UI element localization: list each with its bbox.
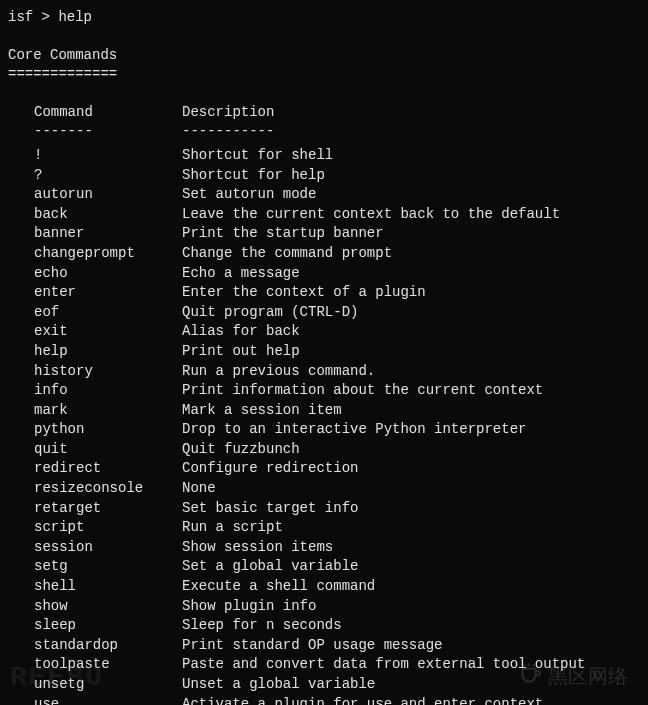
command-row: toolpastePaste and convert data from ext… <box>34 655 640 675</box>
header-description: Description <box>182 103 640 123</box>
command-description: Echo a message <box>182 264 640 284</box>
command-description: Print standard OP usage message <box>182 636 640 656</box>
command-name: eof <box>34 303 182 323</box>
command-row: scriptRun a script <box>34 518 640 538</box>
command-row: backLeave the current context back to th… <box>34 205 640 225</box>
command-row: helpPrint out help <box>34 342 640 362</box>
command-name: history <box>34 362 182 382</box>
command-description: Shortcut for help <box>182 166 640 186</box>
command-description: Show session items <box>182 538 640 558</box>
command-row: historyRun a previous command. <box>34 362 640 382</box>
command-name: autorun <box>34 185 182 205</box>
table-header: Command Description <box>34 103 640 123</box>
command-description: Set basic target info <box>182 499 640 519</box>
command-row: autorunSet autorun mode <box>34 185 640 205</box>
command-name: back <box>34 205 182 225</box>
command-description: Print the startup banner <box>182 224 640 244</box>
command-name: ! <box>34 146 182 166</box>
command-description: Set autorun mode <box>182 185 640 205</box>
command-name: unsetg <box>34 675 182 695</box>
command-description: Alias for back <box>182 322 640 342</box>
command-row: echoEcho a message <box>34 264 640 284</box>
command-name: changeprompt <box>34 244 182 264</box>
command-name: session <box>34 538 182 558</box>
table-header-underline: ------- ----------- <box>34 122 640 142</box>
command-name: resizeconsole <box>34 479 182 499</box>
header-command-underline: ------- <box>34 122 182 142</box>
command-name: banner <box>34 224 182 244</box>
command-row: quitQuit fuzzbunch <box>34 440 640 460</box>
command-name: shell <box>34 577 182 597</box>
header-description-underline: ----------- <box>182 122 640 142</box>
command-row: showShow plugin info <box>34 597 640 617</box>
command-row: !Shortcut for shell <box>34 146 640 166</box>
command-description: Drop to an interactive Python interprete… <box>182 420 640 440</box>
command-row: changepromptChange the command prompt <box>34 244 640 264</box>
command-row: infoPrint information about the current … <box>34 381 640 401</box>
command-description: Sleep for n seconds <box>182 616 640 636</box>
command-description: Leave the current context back to the de… <box>182 205 640 225</box>
command-name: use <box>34 695 182 705</box>
command-name: quit <box>34 440 182 460</box>
command-description: Quit program (CTRL-D) <box>182 303 640 323</box>
command-row: enterEnter the context of a plugin <box>34 283 640 303</box>
command-name: script <box>34 518 182 538</box>
command-description: Print out help <box>182 342 640 362</box>
command-name: ? <box>34 166 182 186</box>
command-name: toolpaste <box>34 655 182 675</box>
prompt-line: isf > help <box>8 8 640 28</box>
command-row: shellExecute a shell command <box>34 577 640 597</box>
command-row: sleepSleep for n seconds <box>34 616 640 636</box>
command-description: Show plugin info <box>182 597 640 617</box>
command-description: Print information about the current cont… <box>182 381 640 401</box>
command-row: bannerPrint the startup banner <box>34 224 640 244</box>
command-name: redirect <box>34 459 182 479</box>
command-name: setg <box>34 557 182 577</box>
command-description: Run a previous command. <box>182 362 640 382</box>
command-description: Mark a session item <box>182 401 640 421</box>
section-underline: ============= <box>8 65 640 85</box>
command-description: Set a global variable <box>182 557 640 577</box>
command-description: Execute a shell command <box>182 577 640 597</box>
command-description: Change the command prompt <box>182 244 640 264</box>
command-name: show <box>34 597 182 617</box>
command-name: enter <box>34 283 182 303</box>
command-row: unsetgUnset a global variable <box>34 675 640 695</box>
command-name: exit <box>34 322 182 342</box>
command-row: standardopPrint standard OP usage messag… <box>34 636 640 656</box>
command-row: redirectConfigure redirection <box>34 459 640 479</box>
command-name: python <box>34 420 182 440</box>
header-command: Command <box>34 103 182 123</box>
command-name: sleep <box>34 616 182 636</box>
command-row: eofQuit program (CTRL-D) <box>34 303 640 323</box>
command-description: Paste and convert data from external too… <box>182 655 640 675</box>
command-description: Configure redirection <box>182 459 640 479</box>
command-row: ?Shortcut for help <box>34 166 640 186</box>
command-row: resizeconsoleNone <box>34 479 640 499</box>
command-description: None <box>182 479 640 499</box>
command-name: echo <box>34 264 182 284</box>
command-description: Activate a plugin for use and enter cont… <box>182 695 640 705</box>
command-row: sessionShow session items <box>34 538 640 558</box>
section-title: Core Commands <box>8 46 640 66</box>
command-name: mark <box>34 401 182 421</box>
command-list: !Shortcut for shell?Shortcut for helpaut… <box>8 146 640 705</box>
command-row: pythonDrop to an interactive Python inte… <box>34 420 640 440</box>
command-name: standardop <box>34 636 182 656</box>
command-name: retarget <box>34 499 182 519</box>
command-row: setgSet a global variable <box>34 557 640 577</box>
command-description: Unset a global variable <box>182 675 640 695</box>
command-row: exitAlias for back <box>34 322 640 342</box>
command-name: info <box>34 381 182 401</box>
command-description: Quit fuzzbunch <box>182 440 640 460</box>
command-description: Shortcut for shell <box>182 146 640 166</box>
command-name: help <box>34 342 182 362</box>
command-row: useActivate a plugin for use and enter c… <box>34 695 640 705</box>
command-description: Enter the context of a plugin <box>182 283 640 303</box>
command-row: retargetSet basic target info <box>34 499 640 519</box>
command-row: markMark a session item <box>34 401 640 421</box>
command-description: Run a script <box>182 518 640 538</box>
